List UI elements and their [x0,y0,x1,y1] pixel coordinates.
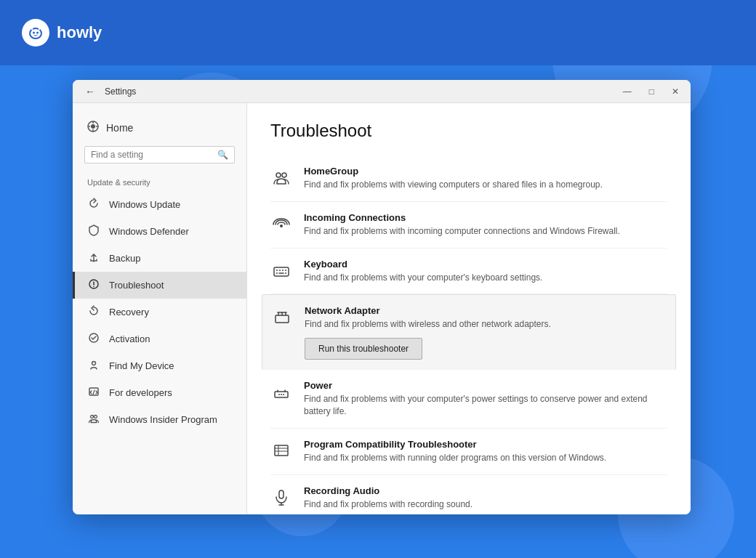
recording-audio-content: Recording Audio Find and fix problems wi… [304,485,667,511]
svg-point-27 [282,173,286,177]
back-button[interactable]: ← [81,83,99,100]
compatibility-icon [270,440,292,462]
content-area: Troubleshoot HomeGroup Find and fix prob… [247,103,691,514]
keyboard-icon [270,260,292,282]
ts-item-recording-audio[interactable]: Recording Audio Find and fix problems wi… [270,475,667,514]
sidebar-item-recovery[interactable]: Recovery [73,299,246,326]
incoming-connections-content: Incoming Connections Find and fix proble… [304,212,667,238]
svg-rect-48 [275,445,288,456]
backup-icon [87,251,100,265]
sidebar-label-find-my-device: Find My Device [109,360,174,371]
svg-rect-52 [279,490,284,498]
svg-point-24 [91,416,94,418]
sidebar-label-troubleshoot: Troubleshoot [109,280,164,291]
sidebar-item-for-developers[interactable]: For developers [73,379,246,406]
sidebar-item-windows-defender[interactable]: Windows Defender [73,218,246,245]
page-title: Troubleshoot [270,121,667,141]
find-my-device-icon [87,359,100,373]
window-title: Settings [105,86,620,97]
keyboard-desc: Find and fix problems with your computer… [304,272,667,284]
svg-point-28 [280,225,283,227]
incoming-connections-title: Incoming Connections [304,212,667,223]
svg-point-2 [33,32,35,34]
settings-window: ← Settings — □ ✕ [73,80,691,514]
windows-defender-icon [87,225,100,238]
maximize-button[interactable]: □ [646,85,657,98]
window-controls: — □ ✕ [620,85,682,98]
network-adapter-desc: Find and fix problems with wireless and … [305,318,667,331]
svg-point-45 [278,394,280,395]
sidebar-item-backup[interactable]: Backup [73,245,246,272]
ts-item-incoming-connections[interactable]: Incoming Connections Find and fix proble… [270,202,667,248]
homegroup-content: HomeGroup Find and fix problems with vie… [304,166,667,191]
sidebar-item-troubleshoot[interactable]: Troubleshoot [73,272,246,299]
recording-audio-title: Recording Audio [304,485,667,496]
homegroup-desc: Find and fix problems with viewing compu… [304,179,667,191]
sidebar-item-home[interactable]: Home [73,115,246,140]
home-icon [87,121,99,134]
recording-audio-desc: Find and fix problems with recording sou… [304,498,667,511]
sidebar-label-windows-update: Windows Update [109,199,180,210]
sidebar-item-windows-update[interactable]: Windows Update [73,191,246,218]
svg-rect-29 [274,267,289,276]
power-icon [270,381,292,403]
howly-logo: howly [22,19,102,46]
program-compatibility-content: Program Compatibility Troubleshooter Fin… [304,439,667,464]
sidebar-label-for-developers: For developers [109,387,172,398]
network-adapter-title: Network Adapter [305,305,667,316]
homegroup-title: HomeGroup [304,166,667,177]
program-compatibility-title: Program Compatibility Troubleshooter [304,439,667,450]
howly-logo-label: howly [57,23,102,42]
sidebar-item-activation[interactable]: Activation [73,326,246,352]
window-body: Home 🔍 Update & security Windows Update [73,103,691,514]
recovery-icon [87,305,100,319]
sidebar-item-windows-insider[interactable]: Windows Insider Program [73,406,246,433]
sidebar-item-find-my-device[interactable]: Find My Device [73,352,246,379]
sidebar-label-recovery: Recovery [109,307,149,318]
home-label: Home [106,122,133,134]
sidebar: Home 🔍 Update & security Windows Update [73,103,247,514]
ts-item-keyboard[interactable]: Keyboard Find and fix problems with your… [270,248,667,295]
power-desc: Find and fix problems with your computer… [304,393,667,418]
title-bar: ← Settings — □ ✕ [73,80,691,103]
power-content: Power Find and fix problems with your co… [304,380,667,418]
ts-item-network-adapter[interactable]: Network Adapter Find and fix problems wi… [262,294,676,370]
power-title: Power [304,380,667,391]
search-input[interactable] [91,150,217,160]
svg-point-5 [39,27,41,29]
network-adapter-content: Network Adapter Find and fix problems wi… [305,305,667,360]
howly-logo-icon [22,19,49,46]
run-troubleshooter-button[interactable]: Run this troubleshooter [305,338,422,360]
incoming-connections-desc: Find and fix problems with incoming comp… [304,225,667,238]
sidebar-label-backup: Backup [109,253,140,264]
windows-update-icon [87,198,100,211]
svg-line-23 [93,390,94,395]
troubleshoot-icon [87,278,100,292]
svg-line-22 [96,392,97,394]
microphone-icon [270,487,292,509]
windows-insider-icon [87,413,100,426]
sidebar-label-activation: Activation [109,333,150,344]
close-button[interactable]: ✕ [669,85,682,98]
keyboard-title: Keyboard [304,259,667,270]
ts-item-homegroup[interactable]: HomeGroup Find and fix problems with vie… [270,155,667,202]
minimize-button[interactable]: — [620,85,635,98]
ts-item-power[interactable]: Power Find and fix problems with your co… [270,370,667,429]
program-compatibility-desc: Find and fix problems with running older… [304,452,667,464]
activation-icon [87,332,100,346]
svg-point-47 [283,394,284,395]
keyboard-content: Keyboard Find and fix problems with your… [304,259,667,284]
svg-point-15 [93,286,94,288]
sidebar-label-windows-defender: Windows Defender [109,226,189,237]
svg-rect-37 [276,315,289,323]
ts-item-program-compatibility[interactable]: Program Compatibility Troubleshooter Fin… [270,429,667,475]
sidebar-search-box[interactable]: 🔍 [84,146,235,163]
svg-point-4 [31,27,33,29]
svg-point-17 [92,362,96,365]
svg-point-25 [94,416,97,418]
incoming-connections-icon [270,214,292,235]
search-icon: 🔍 [217,150,228,160]
for-developers-icon [87,386,100,400]
svg-point-7 [91,124,95,129]
svg-point-26 [276,173,281,177]
